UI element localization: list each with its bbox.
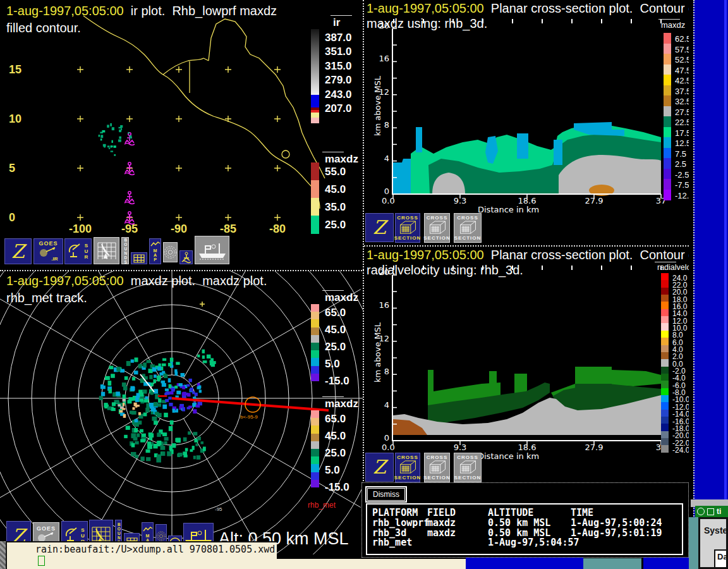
section-label: SECTION	[454, 235, 482, 241]
colorbar-swatch	[661, 359, 669, 367]
panel-radar-ppi: 1-aug-1997,05:05:00 maxdz plot. maxdz pl…	[0, 270, 364, 554]
colorbar-swatch	[311, 180, 319, 199]
colorbar-swatch	[664, 85, 671, 96]
colorbar-tick-line	[322, 396, 344, 397]
table-cell: 1-Aug-97,5:01:19	[571, 527, 662, 539]
xsec-maxdz-toolbar-zebra-button[interactable]: Z	[365, 213, 394, 242]
colorbar-swatch	[664, 54, 671, 64]
panel-title-line2: radialvelocity using: rhb_3d.	[367, 263, 523, 278]
bounds-icon: BOUNDS	[123, 238, 128, 264]
xsec-maxdz-toolbar-cross-section-button[interactable]: CROSS SECTION	[395, 213, 420, 243]
section-label: SECTION	[423, 235, 451, 241]
cube-icon	[428, 460, 447, 475]
panel-title: 1-aug-1997,05:05:00 ir plot. Rhb_lowprf …	[6, 4, 277, 18]
colorbar-label: 25.0	[325, 447, 346, 460]
satellite-toolbar-map-button[interactable]: MAP	[149, 238, 161, 264]
map-lat-label: 10	[9, 113, 30, 126]
xsec-maxdz-toolbar-cross-section-button[interactable]: CROSS SECTION	[454, 213, 482, 243]
colorbar-label: 243.0	[325, 89, 352, 101]
coastline	[83, 16, 325, 209]
contours	[393, 367, 661, 435]
colorbar-swatch	[661, 417, 669, 424]
satellite-toolbar-sur-button[interactable]: SUR	[64, 238, 92, 264]
colorbar-label: 351.0	[325, 46, 352, 58]
colorbar-label: -7.5	[675, 180, 689, 190]
cross-label: CROSS	[427, 455, 447, 460]
colorbar-title: maxdz	[325, 153, 358, 166]
ship-icon	[198, 241, 227, 260]
colorbar-swatch	[311, 95, 319, 107]
top-edge-tick	[482, 19, 483, 23]
satellite-toolbar-grid-radar-button[interactable]	[94, 237, 119, 264]
right-edge-highlight	[724, 0, 727, 569]
colorbar-swatch	[311, 418, 319, 426]
colorbar-swatch	[311, 304, 319, 312]
satellite-toolbar-zebra-button[interactable]: Z	[4, 238, 32, 264]
xsec-radial-toolbar-cross-section-button[interactable]: CROSS SECTION	[395, 453, 420, 482]
colorbar-swatch	[311, 472, 319, 480]
colorbar-swatch	[661, 331, 669, 338]
satellite-toolbar-bounds-button[interactable]: BOUNDS	[121, 237, 129, 264]
xsec-x-tick-label: 18.6	[516, 443, 538, 452]
colorbar-label: 2.5	[675, 159, 686, 169]
colorbar-swatch	[661, 395, 669, 403]
zebra-display-root: { "panels": { "satellite": { "time": "1-…	[0, 0, 728, 569]
colorbar-swatch	[311, 366, 319, 374]
map-lat-label: 15	[9, 63, 30, 76]
xsec-radial-toolbar-cross-section-button[interactable]: CROSS SECTION	[454, 453, 482, 482]
colorbar-swatch	[661, 431, 669, 439]
colorbar-swatch	[664, 158, 671, 169]
xsec-x-tick-label: 27.9	[583, 196, 605, 205]
colorbar-swatch	[664, 64, 671, 75]
cross-label: CROSS	[397, 455, 418, 460]
colorbar-label: 55.0	[325, 166, 346, 178]
xsec-radial-toolbar-cross-section-button[interactable]: CROSS SECTION	[424, 453, 450, 482]
table-cell: maxdz	[427, 527, 456, 539]
table-cell: 1-Aug-97,5:04:57	[488, 537, 579, 548]
colorbar-swatch	[661, 402, 669, 410]
satellite-toolbar-ship-button[interactable]	[195, 236, 229, 264]
colorbar-label: 17.5	[675, 128, 689, 138]
terminal-cursor[interactable]	[38, 556, 45, 566]
terminal-window: rain:beaufait:/U>xdump.all 970801.0505.x…	[6, 541, 277, 569]
map-lon-label: -95	[114, 223, 145, 236]
track-annotation: b<-95-9	[240, 414, 258, 420]
colorbar-swatch	[311, 434, 319, 442]
colorbar-title: ir	[333, 16, 340, 29]
terminal-scrollbar[interactable]	[0, 541, 6, 569]
xsec-y-tick-label: 16	[373, 54, 389, 63]
system-subwindow-label: Da	[717, 552, 728, 561]
satellite-toolbar-goes-ir-button[interactable]: GOES .IR	[33, 238, 63, 264]
colorbar-label: 387.0	[325, 32, 352, 44]
xsec-maxdz-toolbar-cross-section-button[interactable]: CROSS SECTION	[424, 213, 450, 243]
colorbar-swatch	[311, 198, 319, 216]
colorbar-title: maxdz	[325, 398, 358, 410]
colorbar-label: 57.5	[675, 45, 689, 54]
colorbar-swatch	[311, 441, 319, 450]
colorbar-swatch	[661, 295, 669, 302]
satellite-toolbar-grid-small-button[interactable]	[131, 252, 147, 264]
map-lat-label: 0	[9, 211, 30, 224]
colorbar-swatch	[664, 169, 671, 180]
panel-satellite-ir: 1-aug-1997,05:05:00 ir plot. Rhb_lowprf …	[0, 0, 364, 270]
dismiss-button[interactable]: Dismiss	[365, 486, 407, 503]
satellite-toolbar-rings-button[interactable]	[163, 242, 178, 262]
colorbar-title: radialvelocity	[657, 263, 689, 272]
cross-section-plot-maxdz	[391, 25, 665, 204]
satellite-toolbar-buoy-button[interactable]	[179, 250, 193, 264]
colorbar-label: 32.5	[675, 97, 689, 106]
timer-window-titlebar[interactable]: ti	[695, 506, 728, 517]
xsec-radial-toolbar-zebra-button[interactable]: Z	[365, 453, 394, 482]
grid-cross	[200, 302, 205, 307]
surveillance-icon: SUR	[68, 243, 88, 260]
colorbar-swatch	[661, 345, 669, 353]
colorbar-swatch	[664, 127, 671, 138]
radar-ppi-display	[0, 271, 363, 554]
window-menu-icon[interactable]	[697, 508, 705, 515]
map-lon-label: -85	[213, 223, 243, 236]
section-label: SECTION	[394, 235, 422, 241]
buoy-markers	[124, 133, 135, 224]
window-restore-icon[interactable]	[707, 508, 714, 515]
colorbar-swatch	[311, 327, 319, 336]
goes-ir-icon: GOES .IR	[39, 241, 58, 262]
